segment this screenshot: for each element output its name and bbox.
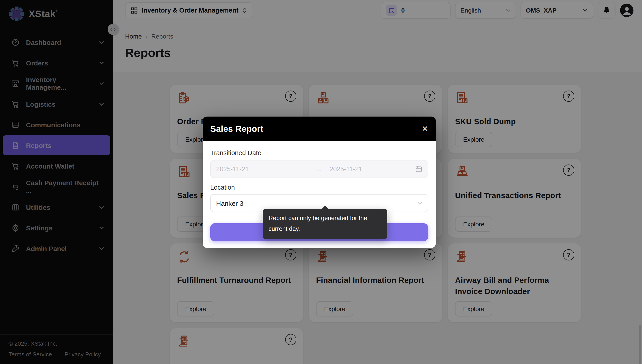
app-viewport: XStak® Dashboard Orders Inventory Manage…	[0, 0, 642, 364]
date-to-value[interactable]: 2025-11-21	[330, 166, 415, 172]
modal-header: Sales Report ✕	[203, 116, 436, 141]
location-value: Hanker 3	[216, 199, 244, 207]
sales-report-modal: Sales Report ✕ Transitioned Date 2025-11…	[203, 116, 436, 248]
date-range-input[interactable]: 2025-11-21 → 2025-11-21	[210, 160, 428, 178]
chevron-down-icon	[417, 201, 422, 205]
arrow-right-icon: →	[316, 166, 330, 172]
modal-body: Transitioned Date 2025-11-21 → 2025-11-2…	[203, 141, 436, 248]
location-label: Location	[210, 184, 428, 191]
calendar-icon	[415, 166, 422, 172]
modal-title: Sales Report	[210, 124, 264, 134]
transitioned-date-label: Transitioned Date	[210, 149, 428, 156]
date-from-value[interactable]: 2025-11-21	[216, 166, 316, 172]
close-icon[interactable]: ✕	[422, 125, 428, 133]
date-restriction-tooltip: Report can only be generated for the cur…	[263, 209, 387, 239]
